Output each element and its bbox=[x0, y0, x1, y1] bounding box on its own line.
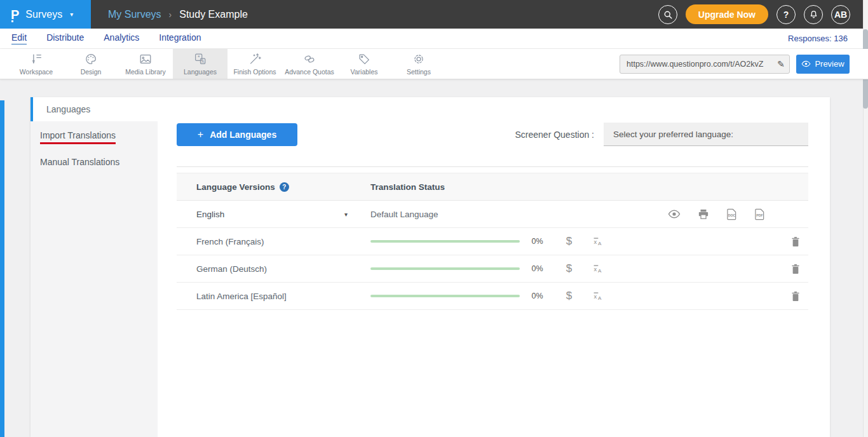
survey-url-box: ✎ bbox=[620, 55, 790, 74]
tab-integration[interactable]: Integration bbox=[159, 32, 201, 44]
product-switcher[interactable]: P Surveys ▾ bbox=[0, 0, 91, 29]
table-header-row: Language Versions ? Translation Status bbox=[177, 173, 808, 201]
settings-gear-icon bbox=[412, 52, 426, 66]
edit-url-pencil-icon[interactable]: ✎ bbox=[773, 59, 789, 69]
auto-translate-icon[interactable]: xA bbox=[583, 236, 612, 246]
finish-options-wand-icon bbox=[248, 52, 262, 66]
sidebar-item-import-translations[interactable]: Import Translations bbox=[31, 124, 158, 149]
workspace-icon bbox=[29, 52, 43, 66]
upgrade-now-button[interactable]: Upgrade Now bbox=[686, 4, 768, 24]
collapsed-panel-toggle[interactable] bbox=[0, 100, 4, 437]
auto-translate-icon[interactable]: xA bbox=[583, 291, 612, 301]
paid-translation-icon[interactable]: $ bbox=[555, 290, 583, 302]
tab-distribute[interactable]: Distribute bbox=[46, 32, 84, 44]
translation-progress-bar bbox=[370, 240, 520, 243]
app-window: P Surveys ▾ My Surveys › Study Example U… bbox=[0, 0, 868, 437]
document-actions: DOC PDF bbox=[668, 208, 765, 220]
avatar[interactable]: AB bbox=[831, 5, 850, 24]
header-actions: Upgrade Now ? AB bbox=[658, 0, 868, 29]
table-row-english: English ▾ Default Language bbox=[177, 201, 808, 228]
languages-card: Languages Import Translations Manual Tra… bbox=[31, 97, 830, 437]
search-icon bbox=[663, 10, 673, 20]
survey-url-input[interactable] bbox=[620, 60, 773, 69]
svg-text:PDF: PDF bbox=[756, 213, 763, 217]
translation-progress-bar bbox=[370, 267, 520, 270]
plus-icon: + bbox=[198, 129, 203, 140]
top-header: P Surveys ▾ My Surveys › Study Example U… bbox=[0, 0, 868, 29]
survey-nav-tabs: Edit Distribute Analytics Integration Re… bbox=[0, 29, 868, 49]
export-doc-icon[interactable]: DOC bbox=[726, 208, 737, 220]
help-badge-icon[interactable]: ? bbox=[280, 182, 289, 192]
tab-edit[interactable]: Edit bbox=[11, 32, 27, 44]
translation-percent: 0% bbox=[520, 264, 555, 273]
language-versions-table: Language Versions ? Translation Status E… bbox=[177, 173, 808, 310]
screener-question-label: Screener Question : bbox=[515, 130, 594, 140]
sidebar-title-languages: Languages bbox=[31, 97, 158, 121]
print-icon[interactable] bbox=[698, 209, 709, 220]
brand-label: Surveys bbox=[25, 9, 62, 20]
toolbar-item-languages[interactable]: *A Languages bbox=[173, 49, 227, 79]
languages-main-panel: + Add Languages Screener Question : Sele… bbox=[158, 97, 830, 437]
chevron-down-icon: ▾ bbox=[70, 11, 73, 18]
delete-language-icon[interactable] bbox=[783, 264, 808, 274]
preview-button[interactable]: Preview bbox=[796, 55, 850, 74]
search-button[interactable] bbox=[658, 5, 677, 24]
toolbar-item-design[interactable]: Design bbox=[64, 49, 118, 79]
help-button[interactable]: ? bbox=[776, 5, 796, 24]
toolbar-item-variables[interactable]: Variables bbox=[337, 49, 391, 79]
svg-text:x: x bbox=[594, 239, 597, 245]
breadcrumb-separator-icon: › bbox=[169, 10, 172, 20]
auto-translate-icon[interactable]: xA bbox=[583, 264, 612, 274]
translation-progress-bar bbox=[370, 295, 520, 297]
translation-percent: 0% bbox=[520, 237, 555, 246]
screener-question-select[interactable]: Select your preferred language: bbox=[604, 123, 808, 146]
svg-text:A: A bbox=[598, 268, 602, 274]
table-row-french: French (Français) 0% $ xA bbox=[177, 228, 808, 255]
bell-icon bbox=[809, 10, 818, 19]
table-row-german: German (Deutsch) 0% $ xA bbox=[177, 255, 808, 283]
svg-text:DOC: DOC bbox=[728, 213, 736, 217]
toolbar-item-workspace[interactable]: Workspace bbox=[9, 49, 64, 79]
delete-language-icon[interactable] bbox=[783, 291, 808, 302]
sidebar-item-manual-translations[interactable]: Manual Translations bbox=[31, 149, 158, 174]
responses-count[interactable]: Responses: 136 bbox=[788, 34, 848, 43]
default-language-select[interactable]: English ▾ bbox=[177, 210, 370, 219]
paid-translation-icon[interactable]: $ bbox=[555, 262, 583, 275]
toolbar-item-advance-quotas[interactable]: Advance Quotas bbox=[282, 49, 337, 79]
svg-text:A: A bbox=[598, 241, 602, 246]
toolbar-item-media-library[interactable]: Media Library bbox=[118, 49, 173, 79]
tab-analytics[interactable]: Analytics bbox=[104, 32, 139, 44]
export-pdf-icon[interactable]: PDF bbox=[754, 208, 765, 220]
preview-eye-icon bbox=[801, 60, 811, 67]
tab-list: Edit Distribute Analytics Integration bbox=[11, 32, 788, 44]
edit-toolbar: Workspace Design Media Library *A Langua… bbox=[0, 49, 868, 79]
toolbar-item-finish-options[interactable]: Finish Options bbox=[227, 49, 282, 79]
breadcrumb-my-surveys[interactable]: My Surveys bbox=[108, 9, 161, 20]
table-row-latin-america: Latin America [Español] 0% $ xA bbox=[177, 283, 808, 310]
variables-tag-icon bbox=[357, 52, 371, 66]
toolbar-item-settings[interactable]: Settings bbox=[391, 49, 446, 79]
view-eye-icon[interactable] bbox=[668, 210, 681, 218]
svg-text:x: x bbox=[594, 266, 597, 272]
design-palette-icon bbox=[84, 52, 98, 66]
delete-language-icon[interactable] bbox=[783, 236, 808, 247]
notifications-button[interactable] bbox=[804, 5, 823, 24]
paid-translation-icon[interactable]: $ bbox=[555, 235, 583, 248]
column-language-versions: Language Versions ? bbox=[177, 182, 370, 192]
media-library-icon bbox=[139, 52, 153, 66]
column-translation-status: Translation Status bbox=[370, 182, 808, 192]
svg-text:x: x bbox=[594, 293, 597, 300]
languages-icon: *A bbox=[193, 52, 207, 66]
questionpro-logo-icon: P bbox=[11, 8, 19, 21]
languages-sidebar: Languages Import Translations Manual Tra… bbox=[31, 97, 158, 437]
default-language-status: Default Language bbox=[370, 210, 438, 219]
page-content: Languages Import Translations Manual Tra… bbox=[0, 97, 868, 437]
svg-text:*: * bbox=[198, 54, 200, 60]
svg-text:A: A bbox=[598, 295, 602, 301]
section-divider bbox=[177, 166, 808, 167]
breadcrumb-current: Study Example bbox=[179, 9, 248, 20]
translation-percent: 0% bbox=[520, 292, 555, 300]
add-languages-button[interactable]: + Add Languages bbox=[177, 123, 297, 146]
svg-text:A: A bbox=[201, 59, 205, 64]
breadcrumb: My Surveys › Study Example bbox=[91, 0, 658, 29]
